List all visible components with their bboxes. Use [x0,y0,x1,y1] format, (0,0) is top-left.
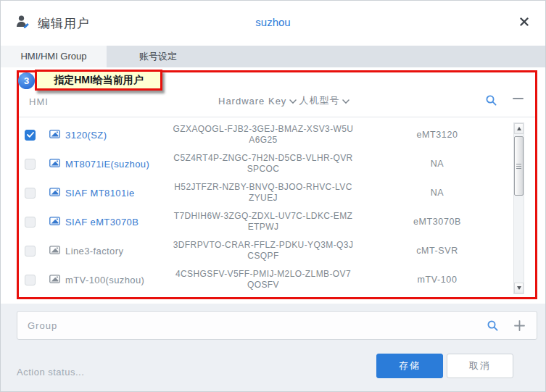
hmi-row[interactable]: SIAF eMT3070B T7DHIH6W-3ZGQ-ZDXL-UV7C-LD… [19,207,535,236]
scroll-thumb[interactable] [514,136,524,196]
hmi-name: MT8071iE(suzhou) [65,159,149,170]
hardware-key: 3DFRPVTO-CRAR-FFLZ-PDKU-YQ3M-Q3JCSQPF [158,240,368,262]
cancel-button[interactable]: 取消 [447,354,513,378]
tab-hmi-group[interactable]: HMI/HMI Group [1,46,107,67]
group-panel: Group [17,311,537,340]
hmi-row[interactable]: mTV-100(suzhou) 4CSHGSFV-V5FF-PMIJ-M2LO-… [19,265,535,294]
tab-account-settings[interactable]: 账号设定 [107,46,210,67]
row-checkbox-cell [19,246,49,257]
hmi-row[interactable]: Line3-factory 3DFRPVTO-CRAR-FFLZ-PDKU-YQ… [19,236,535,265]
hardware-key: H52JTFZR-NZBY-BNVQ-BJOO-RHVC-LVCZYUEJ [158,182,368,204]
row-checkbox-cell [19,130,49,141]
group-panel-label: Group [28,320,57,331]
hmi-model: eMT3120 [368,130,506,140]
hmi-name-cell: Line3-factory [49,246,158,257]
chevron-down-icon [342,96,349,107]
hmi-name: SIAF MT8101ie [65,188,135,199]
hmi-filters: Hardware Key 人机型号 [218,94,349,107]
step-badge: 3 [18,72,35,89]
filter-hardware-key-label: Hardware Key [218,96,286,107]
search-icon[interactable] [487,320,499,332]
tab-bar: HMI/HMI Group 账号设定 [1,46,545,67]
scroll-up-icon[interactable] [514,123,524,134]
hmi-name-cell: 3120(SZ) [49,130,158,141]
annotation-callout: 指定HMI给当前用户 [35,70,162,91]
close-icon[interactable] [518,15,531,28]
row-checkbox-cell [19,188,49,199]
status-text: Action status... [17,367,84,378]
hmi-model: mTV-100 [368,275,506,285]
hmi-name: 3120(SZ) [65,130,107,141]
search-icon[interactable] [485,94,497,107]
row-checkbox[interactable] [25,217,36,228]
hmi-table-body: 3120(SZ) GZXAQOGL-FJB2-3GEJ-BMAZ-XSV3-W5… [19,120,535,297]
hmi-panel: HMI Hardware Key 人机型号 [17,70,537,299]
row-checkbox-cell [19,217,49,228]
hmi-name: Line3-factory [65,246,123,257]
dialog-header: 编辑用户 suzhou [1,1,545,46]
hmi-model: NA [368,159,506,169]
monitor-icon [49,159,60,170]
hmi-name: mTV-100(suzhou) [65,275,144,285]
hmi-name-cell: SIAF eMT3070B [49,217,158,228]
monitor-icon [49,217,60,228]
hmi-model: NA [368,188,506,198]
chevron-down-icon [289,96,297,107]
tab-content: 3 指定HMI给当前用户 HMI Hardware Key 人机型号 [1,67,545,391]
monitor-icon [49,275,60,285]
row-checkbox[interactable] [25,188,36,199]
monitor-icon [49,130,60,141]
filter-model-label: 人机型号 [299,94,339,107]
row-checkbox[interactable] [25,275,36,285]
scroll-down-icon[interactable] [514,283,524,293]
hmi-row[interactable]: 3120(SZ) GZXAQOGL-FJB2-3GEJ-BMAZ-XSV3-W5… [19,120,535,149]
hmi-row[interactable]: MT8071iE(suzhou) C5Z4RT4P-ZNGC-7H2N-D5CB… [19,149,535,178]
hmi-name-cell: SIAF MT8101ie [49,188,158,199]
monitor-icon [49,188,60,199]
filter-hardware-key[interactable]: Hardware Key [218,96,297,107]
hardware-key: C5Z4RT4P-ZNGC-7H2N-D5CB-VLHR-QVRSPCOC [158,153,368,175]
hardware-key: GZXAQOGL-FJB2-3GEJ-BMAZ-XSV3-W5UA6G25 [158,124,368,146]
row-checkbox-cell [19,159,49,170]
row-checkbox[interactable] [25,246,36,257]
row-checkbox[interactable] [25,159,36,170]
row-checkbox-cell [19,275,49,285]
edit-user-dialog: 编辑用户 suzhou HMI/HMI Group 账号设定 3 指定HMI给当… [0,0,546,392]
hardware-key: 4CSHGSFV-V5FF-PMIJ-M2LO-ZLMB-OV7QOSFV [158,269,368,291]
hmi-row[interactable]: SIAF MT8101ie H52JTFZR-NZBY-BNVQ-BJOO-RH… [19,178,535,207]
save-button[interactable]: 存储 [376,354,443,378]
collapse-icon[interactable] [513,97,524,100]
hmi-name: SIAF eMT3070B [65,217,138,228]
monitor-icon [49,246,60,257]
row-checkbox[interactable] [25,130,36,141]
hmi-model: eMT3070B [368,217,506,227]
scrollbar[interactable] [513,122,524,294]
filter-model[interactable]: 人机型号 [299,94,349,107]
add-icon[interactable] [514,320,525,331]
hmi-model: cMT-SVR [368,246,506,256]
hardware-key: T7DHIH6W-3ZGQ-ZDXL-UV7C-LDKC-EMZETPWJ [158,211,368,233]
hmi-name-cell: MT8071iE(suzhou) [49,159,158,170]
user-name: suzhou [1,16,545,28]
hmi-panel-label: HMI [29,96,49,107]
hmi-name-cell: mTV-100(suzhou) [49,275,158,285]
